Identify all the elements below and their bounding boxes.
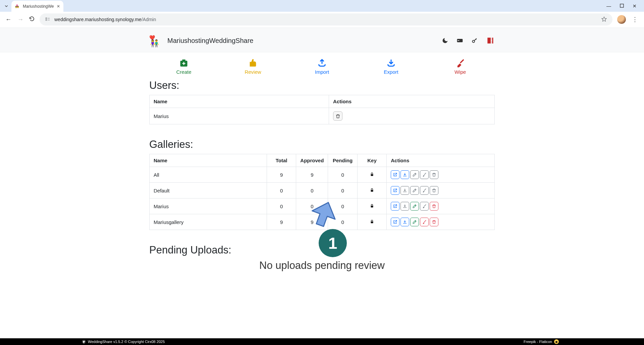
close-window-button[interactable]: ✕ — [633, 4, 637, 8]
tab-close-icon[interactable]: ✕ — [57, 4, 60, 9]
wipe-button[interactable]: Wipe — [440, 58, 480, 75]
users-heading: Users: — [149, 79, 495, 92]
site-settings-icon[interactable] — [45, 16, 50, 23]
gallery-total: 9 — [267, 167, 296, 183]
create-button[interactable]: Create — [164, 58, 204, 75]
key-icon[interactable] — [471, 37, 478, 44]
col-actions: Actions — [387, 154, 495, 167]
gallery-pending: 0 — [328, 214, 357, 230]
gallery-key — [357, 198, 386, 214]
svg-rect-2 — [46, 18, 47, 19]
gallery-brush-button[interactable] — [420, 170, 429, 179]
app-header: ❤️ 👫 MariushostingWeddingShare — [0, 27, 644, 52]
gallery-brush-button[interactable] — [420, 186, 429, 195]
svg-text:💑: 💑 — [15, 4, 19, 8]
users-table: Name Actions Marius — [149, 95, 495, 124]
col-total: Total — [267, 154, 296, 167]
gallery-open-button[interactable] — [391, 218, 399, 226]
svg-rect-10 — [371, 174, 373, 176]
browser-tab[interactable]: 💑 MariushostingWe ✕ — [11, 1, 63, 12]
maximize-button[interactable] — [620, 4, 624, 8]
gallery-edit-button[interactable] — [410, 218, 419, 226]
delete-user-button[interactable] — [333, 111, 342, 121]
gallery-download-button[interactable] — [400, 218, 409, 226]
gallery-download-button[interactable] — [400, 170, 409, 179]
gallery-edit-button[interactable] — [410, 170, 419, 179]
profile-avatar[interactable] — [617, 15, 626, 24]
app-title: MariushostingWeddingShare — [167, 37, 253, 45]
gallery-download-button[interactable] — [400, 202, 409, 211]
github-icon — [82, 340, 86, 344]
gallery-open-button[interactable] — [391, 202, 399, 211]
gallery-key — [357, 183, 386, 198]
action-toolbar: Create Review Import Export Wipe — [149, 52, 495, 77]
app-footer: WeddingShare v1.5.2 © Copyright Cirx08 2… — [0, 338, 644, 345]
review-button[interactable]: Review — [233, 58, 273, 75]
minimize-button[interactable]: — — [606, 4, 611, 8]
gallery-name: All — [150, 167, 267, 183]
gallery-trash-button[interactable] — [430, 186, 438, 195]
gallery-key — [357, 167, 386, 183]
url-text: weddingshare.mariushosting.synology.me/A… — [54, 17, 597, 22]
lock-icon — [370, 188, 374, 193]
gallery-download-button[interactable] — [400, 186, 409, 195]
gallery-trash-button[interactable] — [430, 170, 438, 179]
browser-menu-icon[interactable]: ⋮ — [631, 16, 639, 23]
col-name: Name — [150, 154, 267, 167]
dark-mode-icon[interactable] — [442, 37, 448, 44]
lock-icon — [370, 219, 374, 225]
svg-rect-1 — [620, 4, 624, 7]
pending-empty-message: No uploads pending review — [149, 260, 495, 272]
export-button[interactable]: Export — [371, 58, 411, 75]
lock-icon — [370, 172, 374, 178]
gallery-trash-button[interactable] — [430, 218, 438, 226]
gallery-trash-button[interactable] — [430, 202, 438, 211]
gallery-edit-button[interactable] — [410, 202, 419, 211]
galleries-heading: Galleries: — [149, 138, 495, 151]
browser-addressbar: ← → weddingshare.mariushosting.synology.… — [0, 12, 644, 27]
url-input[interactable]: weddingshare.mariushosting.synology.me/A… — [40, 13, 612, 25]
svg-rect-13 — [371, 221, 373, 223]
svg-rect-11 — [371, 190, 373, 191]
smiley-icon: ☻ — [554, 339, 559, 344]
favicon-icon: 💑 — [15, 4, 20, 9]
col-key: Key — [357, 154, 386, 167]
footer-right-text[interactable]: Freepik - Flaticon — [524, 340, 552, 344]
id-card-icon[interactable] — [457, 37, 463, 44]
lock-icon — [370, 204, 374, 209]
forward-button[interactable]: → — [17, 16, 24, 23]
import-button[interactable]: Import — [302, 58, 342, 75]
gallery-key — [357, 214, 386, 230]
logout-icon[interactable] — [486, 36, 495, 45]
user-name: Marius — [150, 108, 329, 124]
gallery-name: Default — [150, 183, 267, 198]
col-approved: Approved — [296, 154, 328, 167]
galleries-table: Name Total Approved Pending Key Actions … — [149, 154, 495, 230]
table-row: Marius000 — [150, 198, 495, 214]
gallery-edit-button[interactable] — [410, 186, 419, 195]
gallery-approved: 0 — [296, 183, 328, 198]
col-pending: Pending — [328, 154, 357, 167]
window-controls: — ✕ — [603, 0, 644, 12]
gallery-pending: 0 — [328, 198, 357, 214]
col-name: Name — [150, 95, 329, 108]
gallery-actions — [387, 198, 495, 214]
svg-rect-3 — [46, 19, 47, 20]
tab-title: MariushostingWe — [23, 4, 54, 9]
gallery-brush-button[interactable] — [420, 202, 429, 211]
browser-chrome: 💑 MariushostingWe ✕ — ✕ ← → weddingshare… — [0, 0, 644, 27]
reload-button[interactable] — [29, 16, 35, 23]
gallery-brush-button[interactable] — [420, 218, 429, 226]
pending-heading: Pending Uploads: — [149, 244, 495, 256]
col-actions: Actions — [329, 95, 495, 108]
table-row: Default000 — [150, 183, 495, 198]
bookmark-icon[interactable] — [601, 16, 607, 23]
gallery-approved: 9 — [296, 214, 328, 230]
browser-tabbar: 💑 MariushostingWe ✕ — ✕ — [0, 0, 644, 12]
tabbar-collapse-chevron[interactable] — [2, 2, 11, 10]
gallery-approved: 0 — [296, 198, 328, 214]
gallery-open-button[interactable] — [391, 186, 399, 195]
gallery-open-button[interactable] — [391, 170, 399, 179]
gallery-total: 0 — [267, 183, 296, 198]
back-button[interactable]: ← — [5, 16, 12, 23]
